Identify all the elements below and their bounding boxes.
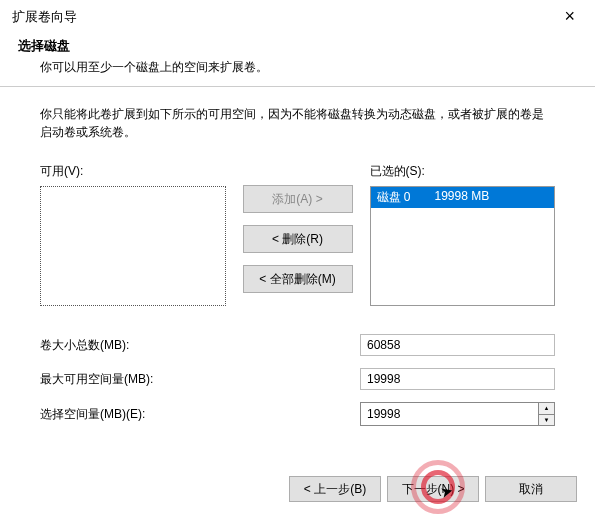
cancel-button[interactable]: 取消 — [485, 476, 577, 502]
spinner-down-icon[interactable]: ▼ — [539, 415, 554, 426]
disk-size: 19998 MB — [435, 189, 490, 206]
available-listbox[interactable] — [40, 186, 226, 306]
back-button[interactable]: < 上一步(B) — [289, 476, 381, 502]
total-size-value: 60858 — [360, 334, 555, 356]
wizard-step-title: 选择磁盘 — [18, 37, 577, 55]
disk-name: 磁盘 0 — [377, 189, 411, 206]
select-amount-label: 选择空间量(MB)(E): — [40, 406, 360, 423]
available-label: 可用(V): — [40, 163, 226, 180]
max-avail-label: 最大可用空间量(MB): — [40, 371, 360, 388]
select-amount-spinner[interactable]: ▲ ▼ — [360, 402, 555, 426]
list-item[interactable]: 磁盘 0 19998 MB — [371, 187, 555, 208]
remove-button[interactable]: < 删除(R) — [243, 225, 353, 253]
wizard-step-desc: 你可以用至少一个磁盘上的空间来扩展卷。 — [18, 55, 577, 76]
remove-all-button[interactable]: < 全部删除(M) — [243, 265, 353, 293]
spinner-up-icon[interactable]: ▲ — [539, 403, 554, 415]
close-icon[interactable]: × — [556, 6, 583, 27]
select-amount-input[interactable] — [361, 403, 538, 425]
max-avail-value: 19998 — [360, 368, 555, 390]
add-button[interactable]: 添加(A) > — [243, 185, 353, 213]
window-title: 扩展卷向导 — [12, 8, 77, 26]
selected-label: 已选的(S): — [370, 163, 556, 180]
selected-listbox[interactable]: 磁盘 0 19998 MB — [370, 186, 556, 306]
intro-text: 你只能将此卷扩展到如下所示的可用空间，因为不能将磁盘转换为动态磁盘，或者被扩展的… — [40, 105, 555, 141]
next-button[interactable]: 下一步(N) > — [387, 476, 479, 502]
total-size-label: 卷大小总数(MB): — [40, 337, 360, 354]
